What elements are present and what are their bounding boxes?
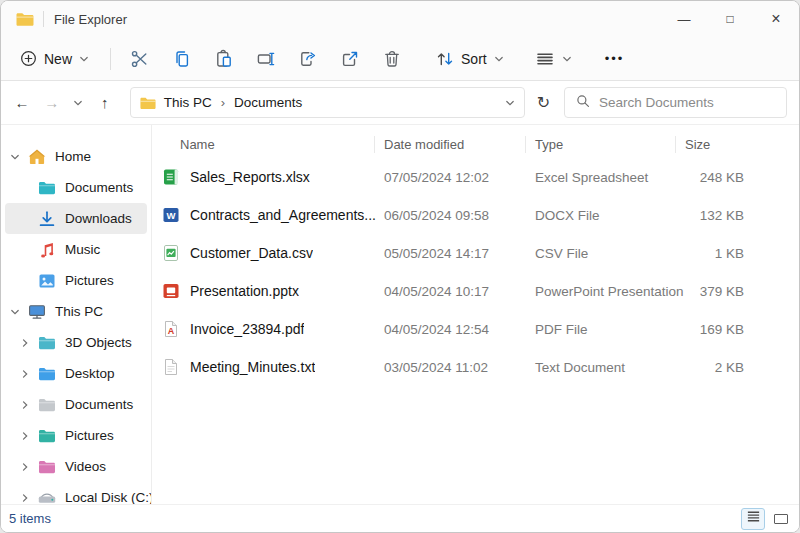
search-input[interactable] — [599, 95, 776, 110]
sort-button-label: Sort — [461, 51, 487, 67]
titlebar: File Explorer — □ × — [1, 1, 799, 37]
file-row[interactable]: Meeting_Minutes.txt03/05/2024 11:02Text … — [152, 348, 799, 386]
sidebar-item-label: Local Disk (C:) — [65, 490, 151, 505]
forward-button[interactable]: → — [39, 88, 65, 118]
cut-button[interactable] — [119, 43, 161, 75]
close-button[interactable]: × — [753, 1, 799, 37]
sort-arrows-icon — [435, 49, 455, 69]
view-button[interactable] — [527, 43, 581, 75]
minimize-button[interactable]: — — [661, 1, 707, 37]
file-row[interactable]: AInvoice_23894.pdf04/05/2024 12:54PDF Fi… — [152, 310, 799, 348]
toolbar: New Sort ••• — [1, 37, 799, 81]
breadcrumb-this-pc[interactable]: This PC — [164, 95, 212, 110]
csv-file-icon — [162, 244, 180, 262]
column-header-size[interactable]: Size — [685, 131, 744, 158]
file-size: 169 KB — [685, 322, 744, 337]
sidebar-item-downloads[interactable]: Downloads — [5, 203, 147, 234]
paste-button[interactable] — [203, 43, 245, 75]
up-button[interactable]: ↑ — [92, 88, 118, 118]
breadcrumb-documents[interactable]: Documents — [234, 95, 302, 110]
copy-button[interactable] — [161, 43, 203, 75]
chevron-right-icon[interactable] — [19, 430, 37, 442]
file-type: Text Document — [535, 360, 685, 375]
sidebar-item-label: Music — [65, 242, 100, 257]
thumbnail-view-toggle[interactable] — [769, 508, 793, 530]
file-row[interactable]: Sales_Reports.xlsx07/05/2024 12:02Excel … — [152, 158, 799, 196]
sidebar-item-label: Home — [55, 149, 91, 164]
file-date-modified: 07/05/2024 12:02 — [384, 170, 535, 185]
chevron-down-icon[interactable] — [9, 151, 27, 163]
plus-circle-icon — [19, 49, 38, 68]
file-name-cell[interactable]: WContracts_and_Agreements... — [162, 206, 384, 224]
rename-button[interactable] — [245, 43, 287, 75]
search-icon — [575, 93, 591, 113]
file-date-modified: 04/05/2024 10:17 — [384, 284, 535, 299]
file-type: DOCX File — [535, 208, 685, 223]
sidebar-item-local-disk-c[interactable]: Local Disk (C:) — [5, 482, 147, 506]
new-button[interactable]: New — [11, 43, 98, 74]
sidebar-item-3d-objects[interactable]: 3D Objects — [5, 327, 147, 358]
file-name-cell[interactable]: Presentation.pptx — [162, 282, 384, 300]
delete-button[interactable] — [371, 43, 413, 75]
sidebar-item-videos[interactable]: Videos — [5, 451, 147, 482]
sort-button[interactable]: Sort — [427, 43, 513, 75]
titlebar-divider — [43, 11, 44, 27]
export-button[interactable] — [329, 43, 371, 75]
chevron-down-icon[interactable] — [9, 306, 27, 318]
maximize-button[interactable]: □ — [707, 1, 753, 37]
more-options-button[interactable]: ••• — [597, 45, 633, 72]
status-bar: 5 items — [1, 504, 799, 532]
sidebar-item-pictures-pin[interactable]: Pictures — [5, 265, 147, 296]
chevron-down-icon — [561, 53, 573, 65]
file-size: 1 KB — [685, 246, 744, 261]
sidebar-item-documents[interactable]: Documents — [5, 389, 147, 420]
folder-teal-icon — [37, 178, 57, 198]
file-row[interactable]: Presentation.pptx04/05/2024 10:17PowerPo… — [152, 272, 799, 310]
chevron-right-icon[interactable] — [19, 368, 37, 380]
details-view-toggle[interactable] — [741, 508, 765, 530]
refresh-button[interactable]: ↻ — [529, 88, 558, 118]
file-name-cell[interactable]: Customer_Data.csv — [162, 244, 384, 262]
sidebar-item-desktop[interactable]: Desktop — [5, 358, 147, 389]
chevron-right-icon[interactable] — [19, 461, 37, 473]
address-bar[interactable]: This PC › Documents — [130, 87, 525, 118]
file-name-cell[interactable]: AInvoice_23894.pdf — [162, 320, 384, 338]
address-dropdown-chevron-icon[interactable] — [504, 97, 516, 109]
column-header-name[interactable]: Name — [162, 131, 384, 158]
excel-file-icon — [162, 168, 180, 186]
file-row[interactable]: Customer_Data.csv05/05/2024 14:17CSV Fil… — [152, 234, 799, 272]
chevron-spacer — [19, 244, 37, 256]
file-row[interactable]: WContracts_and_Agreements...06/05/2024 0… — [152, 196, 799, 234]
word-file-icon: W — [162, 206, 180, 224]
sidebar-item-music[interactable]: Music — [5, 234, 147, 265]
sidebar-item-this-pc[interactable]: This PC — [5, 296, 147, 327]
chevron-down-icon — [493, 53, 505, 65]
file-name-cell[interactable]: Meeting_Minutes.txt — [162, 358, 384, 376]
share-button[interactable] — [287, 43, 329, 75]
folder-icon — [15, 10, 35, 28]
sidebar-item-pictures[interactable]: Pictures — [5, 420, 147, 451]
column-header-date-modified[interactable]: Date modified — [384, 131, 535, 158]
export-icon — [340, 49, 360, 69]
chevron-right-icon[interactable] — [19, 492, 37, 504]
share-icon — [298, 49, 318, 69]
this-pc-icon — [27, 302, 47, 322]
copy-icon — [172, 49, 192, 69]
column-header-type[interactable]: Type — [535, 131, 685, 158]
sidebar-item-home[interactable]: Home — [5, 141, 147, 172]
file-name-cell[interactable]: Sales_Reports.xlsx — [162, 168, 384, 186]
chevron-right-icon[interactable] — [19, 399, 37, 411]
sidebar-item-documents-pin[interactable]: Documents — [5, 172, 147, 203]
folder-icon — [139, 95, 157, 111]
chevron-right-icon[interactable] — [19, 337, 37, 349]
sidebar-item-label: Desktop — [65, 366, 115, 381]
thumbnail-view-icon — [774, 514, 788, 524]
search-box[interactable] — [564, 87, 787, 118]
recent-locations-chevron[interactable] — [69, 88, 88, 118]
sidebar: HomeDocumentsDownloadsMusicPicturesThis … — [1, 125, 151, 506]
back-button[interactable]: ← — [9, 88, 35, 118]
chevron-down-icon — [72, 97, 84, 109]
cut-icon — [130, 49, 150, 69]
sidebar-item-label: Pictures — [65, 273, 114, 288]
view-list-icon — [535, 49, 555, 69]
